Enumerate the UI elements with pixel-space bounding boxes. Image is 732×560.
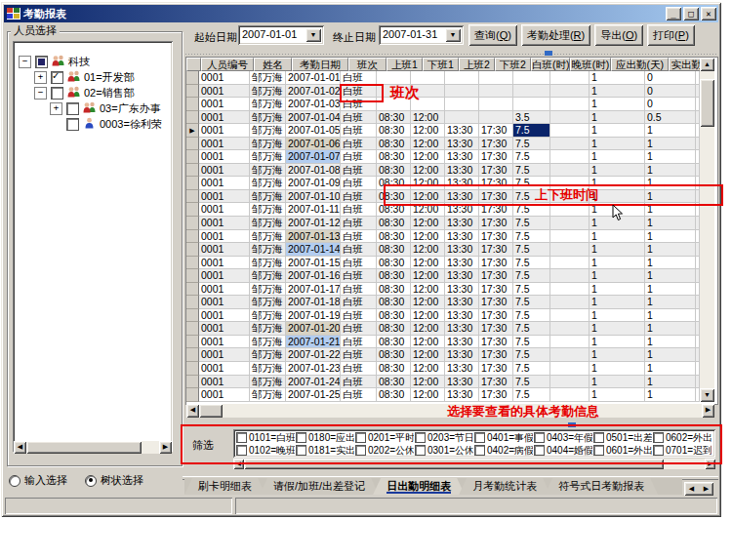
grid-cell[interactable]: 13:30 — [445, 283, 479, 297]
grid-cell[interactable]: 08:30 — [377, 388, 411, 402]
grid-cell[interactable]: 7.5 — [513, 190, 550, 204]
grid-cell[interactable]: 2007-01-10 — [286, 190, 341, 204]
grid-cell[interactable]: 17:30 — [479, 336, 513, 349]
grid-cell[interactable]: 1 — [645, 376, 696, 389]
checkbox-icon[interactable] — [474, 445, 485, 456]
grid-cell[interactable]: 1 — [645, 257, 696, 270]
grid-cell[interactable]: 17:30 — [479, 376, 513, 389]
grid-cell[interactable]: 2007-01-03 — [286, 98, 341, 111]
grid-cell[interactable] — [550, 164, 590, 178]
grid-cell[interactable]: 0001 — [199, 230, 250, 244]
grid-cell[interactable]: 邹万海 — [250, 309, 286, 323]
grid-cell[interactable]: 08:30 — [377, 309, 411, 323]
grid-cell[interactable]: 17:30 — [479, 164, 513, 178]
grid-cell[interactable] — [411, 85, 445, 99]
grid-cell[interactable]: 邹万海 — [250, 85, 286, 99]
column-header[interactable]: 班次 — [348, 58, 386, 71]
grid-cell[interactable]: 12:00 — [411, 138, 445, 151]
filter-checkbox-item[interactable]: 0401=事假 — [473, 431, 533, 444]
checkbox-icon[interactable] — [593, 445, 604, 456]
grid-cell[interactable]: 12:00 — [411, 336, 445, 349]
grid-cell[interactable]: 1 — [590, 296, 645, 309]
grid-cell[interactable]: 1 — [645, 283, 696, 297]
row-indicator-icon[interactable]: ▶ — [186, 124, 199, 138]
radio-icon[interactable] — [85, 475, 97, 487]
grid-cell[interactable]: 17:30 — [479, 257, 513, 270]
grid-cell[interactable] — [377, 71, 411, 85]
grid-cell[interactable]: 邹万海 — [250, 296, 286, 309]
grid-cell[interactable]: 13:30 — [445, 150, 479, 164]
grid-cell[interactable]: 邹万海 — [250, 257, 286, 270]
grid-cell[interactable]: 邹万海 — [250, 283, 286, 297]
grid-cell[interactable] — [550, 217, 590, 230]
grid-cell[interactable]: 1 — [590, 309, 645, 323]
grid-cell[interactable] — [445, 98, 479, 111]
grid-cell[interactable] — [550, 243, 590, 257]
grid-cell[interactable] — [479, 98, 513, 111]
grid-cell[interactable]: 7.5 — [513, 296, 550, 309]
grid-cell[interactable]: 12:00 — [411, 243, 445, 257]
grid-cell[interactable]: 08:30 — [377, 376, 411, 389]
grid-cell[interactable]: 1 — [645, 336, 696, 349]
grid-cell[interactable]: 0001 — [199, 336, 250, 349]
tree-hscroll-thumb[interactable] — [26, 441, 142, 454]
row-indicator[interactable] — [186, 150, 199, 164]
grid-cell[interactable]: 7.5 — [513, 203, 550, 217]
grid-cell[interactable]: 0 — [645, 98, 696, 111]
grid-cell[interactable]: 邹万海 — [250, 388, 286, 402]
grid-cell[interactable]: 12:00 — [411, 388, 445, 402]
grid-cell[interactable]: 1 — [590, 376, 645, 389]
row-indicator[interactable] — [186, 138, 199, 151]
row-indicator[interactable] — [186, 269, 199, 283]
grid-cell[interactable]: 7.5 — [513, 348, 550, 362]
grid-cell[interactable] — [411, 71, 445, 85]
grid-cell[interactable]: 12:00 — [411, 269, 445, 283]
grid-cell[interactable] — [550, 138, 590, 151]
grid-cell[interactable] — [550, 296, 590, 309]
grid-cell[interactable]: 13:30 — [445, 230, 479, 244]
expand-icon[interactable]: + — [34, 71, 47, 84]
row-indicator[interactable] — [186, 336, 199, 349]
checkbox-icon[interactable] — [296, 432, 306, 443]
grid-cell[interactable]: 0001 — [199, 217, 250, 230]
filter-checkbox-item[interactable]: 0602=外出 — [652, 431, 712, 444]
grid-cell[interactable]: 13:30 — [445, 388, 479, 402]
grid-cell[interactable]: 1 — [645, 190, 696, 204]
filter-hscroll-thumb[interactable] — [244, 459, 664, 469]
attendance-process-button[interactable]: 考勤处理(R) — [521, 24, 590, 46]
row-indicator[interactable] — [186, 362, 199, 376]
grid-cell[interactable]: 17:30 — [479, 124, 513, 138]
export-button[interactable]: 导出(O) — [594, 24, 643, 46]
grid-cell[interactable] — [377, 85, 411, 99]
checkbox-icon[interactable] — [236, 445, 247, 456]
filter-top-splitter[interactable] — [185, 423, 716, 427]
grid-cell[interactable]: 7.5 — [513, 309, 550, 323]
checkbox-icon[interactable] — [355, 432, 366, 443]
grid-cell[interactable]: 13:30 — [445, 322, 479, 336]
grid-cell[interactable]: 2007-01-09 — [286, 177, 341, 190]
grid-cell[interactable] — [411, 98, 445, 111]
tab-daily-attendance-details[interactable]: 日出勤明细表 — [373, 478, 465, 495]
grid-cell[interactable]: 17:30 — [479, 177, 513, 190]
grid-cell[interactable]: 邹万海 — [250, 336, 286, 349]
grid-cell[interactable]: 1 — [590, 283, 645, 297]
grid-cell[interactable]: 0001 — [199, 348, 250, 362]
grid-cell[interactable]: 邹万海 — [250, 98, 286, 111]
filter-checkbox-item[interactable]: 0181=实出 — [295, 444, 354, 457]
scroll-right-icon[interactable]: ▶ — [159, 441, 172, 454]
grid-cell[interactable]: 1 — [645, 296, 696, 309]
grid-cell[interactable]: 08:30 — [377, 257, 411, 270]
grid-cell[interactable] — [550, 150, 590, 164]
grid-cell[interactable]: 12:00 — [411, 257, 445, 270]
filter-checkbox-item[interactable]: 0501=出差 — [592, 431, 652, 444]
checkbox-icon[interactable] — [653, 432, 664, 443]
checkbox-icon[interactable] — [534, 445, 545, 456]
close-icon[interactable]: ✕ — [701, 7, 716, 20]
grid-cell[interactable]: 7.5 — [513, 243, 550, 257]
grid-cell[interactable]: 08:30 — [377, 164, 411, 178]
scroll-right-icon[interactable]: ▶ — [705, 459, 715, 469]
minimize-icon[interactable]: _ — [666, 7, 681, 20]
grid-cell[interactable]: 12:00 — [411, 230, 445, 244]
grid-cell[interactable]: 7.5 — [513, 388, 550, 402]
row-indicator[interactable] — [186, 98, 199, 111]
